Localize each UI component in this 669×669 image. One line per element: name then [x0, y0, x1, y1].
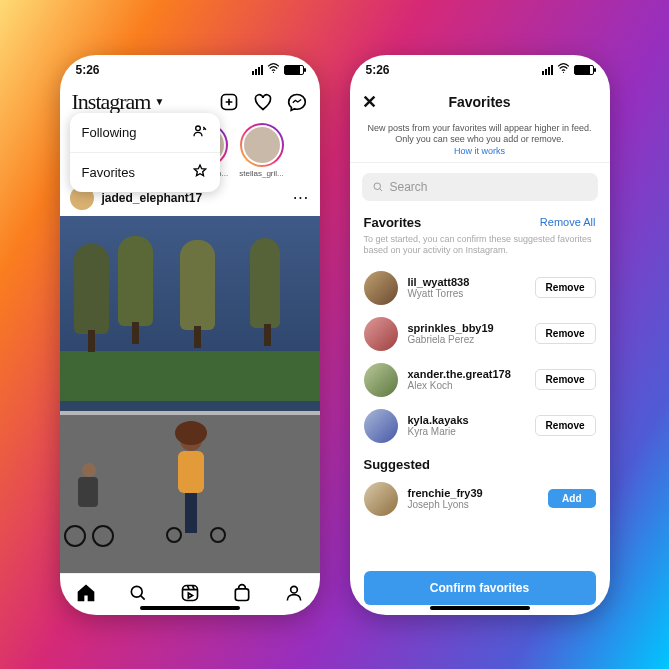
section-title: Favorites [364, 215, 422, 230]
confirm-favorites-button[interactable]: Confirm favorites [364, 571, 596, 605]
remove-button[interactable]: Remove [535, 415, 596, 436]
realname: Joseph Lyons [408, 499, 539, 510]
signal-icon [252, 65, 263, 75]
remove-button[interactable]: Remove [535, 277, 596, 298]
avatar[interactable] [364, 409, 398, 443]
status-indicators [542, 62, 594, 77]
svg-point-13 [562, 72, 563, 73]
favorites-title: Favorites [448, 94, 510, 110]
svg-point-0 [272, 72, 273, 73]
favorite-row: sprinkles_bby19Gabriela Perez Remove [350, 311, 610, 357]
realname: Wyatt Torres [408, 288, 525, 299]
new-post-icon[interactable] [218, 91, 240, 113]
person-follow-icon [192, 123, 208, 142]
svg-rect-7 [182, 585, 197, 600]
signal-icon [542, 65, 553, 75]
tab-profile-icon[interactable] [284, 583, 304, 606]
tab-search-icon[interactable] [128, 583, 148, 606]
search-placeholder: Search [390, 180, 428, 194]
avatar[interactable] [364, 271, 398, 305]
realname: Kyra Marie [408, 426, 525, 437]
star-icon [192, 163, 208, 182]
messenger-icon[interactable] [286, 91, 308, 113]
wifi-icon [557, 62, 570, 77]
tab-shop-icon[interactable] [232, 583, 252, 606]
post-more-icon[interactable]: ··· [293, 191, 309, 205]
avatar[interactable] [364, 317, 398, 351]
favorites-section-header: Favorites Remove All [350, 211, 610, 234]
story-item[interactable]: stellas_gril... [238, 123, 286, 178]
phone-feed: 5:26 Instagram ▼ Following Favorites [60, 55, 320, 615]
instagram-logo[interactable]: Instagram [72, 89, 151, 115]
svg-point-12 [290, 586, 297, 593]
status-bar: 5:26 [60, 55, 320, 85]
dropdown-favorites[interactable]: Favorites [70, 152, 220, 192]
realname: Alex Koch [408, 380, 525, 391]
info-banner: New posts from your favorites will appea… [350, 119, 610, 163]
battery-icon [574, 65, 594, 75]
add-button[interactable]: Add [548, 489, 595, 508]
section-hint: To get started, you can confirm these su… [350, 234, 610, 265]
close-icon[interactable]: ✕ [362, 91, 377, 113]
post-username[interactable]: jaded_elephant17 [102, 191, 203, 205]
svg-point-14 [374, 183, 381, 190]
favorite-row: kyla.kayaksKyra Marie Remove [350, 403, 610, 449]
how-it-works-link[interactable]: How it works [454, 146, 505, 156]
post: jaded_elephant17 ··· [60, 180, 320, 573]
suggested-row: frenchie_fry39Joseph Lyons Add [350, 476, 610, 522]
remove-all-link[interactable]: Remove All [540, 216, 596, 228]
suggested-title: Suggested [350, 449, 610, 476]
status-bar: 5:26 [350, 55, 610, 85]
dropdown-favorites-label: Favorites [82, 165, 135, 180]
favorite-row: xander.the.great178Alex Koch Remove [350, 357, 610, 403]
username[interactable]: frenchie_fry39 [408, 487, 539, 499]
username[interactable]: lil_wyatt838 [408, 276, 525, 288]
tab-reels-icon[interactable] [180, 583, 200, 606]
username[interactable]: kyla.kayaks [408, 414, 525, 426]
favorites-header: ✕ Favorites [350, 85, 610, 119]
feed-dropdown: Following Favorites [70, 113, 220, 192]
post-photo[interactable] [60, 216, 320, 573]
chevron-down-icon[interactable]: ▼ [154, 96, 164, 107]
search-icon [372, 181, 384, 193]
avatar[interactable] [364, 363, 398, 397]
dropdown-following[interactable]: Following [70, 113, 220, 152]
svg-point-4 [195, 126, 200, 131]
realname: Gabriela Perez [408, 334, 525, 345]
favorites-list: lil_wyatt838Wyatt Torres Remove sprinkle… [350, 265, 610, 561]
favorite-row: lil_wyatt838Wyatt Torres Remove [350, 265, 610, 311]
home-indicator [140, 606, 240, 610]
remove-button[interactable]: Remove [535, 369, 596, 390]
activity-heart-icon[interactable] [252, 91, 274, 113]
wifi-icon [267, 62, 280, 77]
svg-line-6 [140, 595, 144, 599]
username[interactable]: xander.the.great178 [408, 368, 525, 380]
home-indicator [430, 606, 530, 610]
svg-line-15 [379, 188, 381, 190]
avatar[interactable] [364, 482, 398, 516]
svg-rect-11 [235, 588, 248, 600]
status-time: 5:26 [76, 63, 100, 77]
remove-button[interactable]: Remove [535, 323, 596, 344]
username[interactable]: sprinkles_bby19 [408, 322, 525, 334]
tab-home-icon[interactable] [76, 583, 96, 606]
status-indicators [252, 62, 304, 77]
dropdown-following-label: Following [82, 125, 137, 140]
svg-point-5 [131, 586, 142, 597]
battery-icon [284, 65, 304, 75]
search-input[interactable]: Search [362, 173, 598, 201]
status-time: 5:26 [366, 63, 390, 77]
phone-favorites: 5:26 ✕ Favorites New posts from your fav… [350, 55, 610, 615]
